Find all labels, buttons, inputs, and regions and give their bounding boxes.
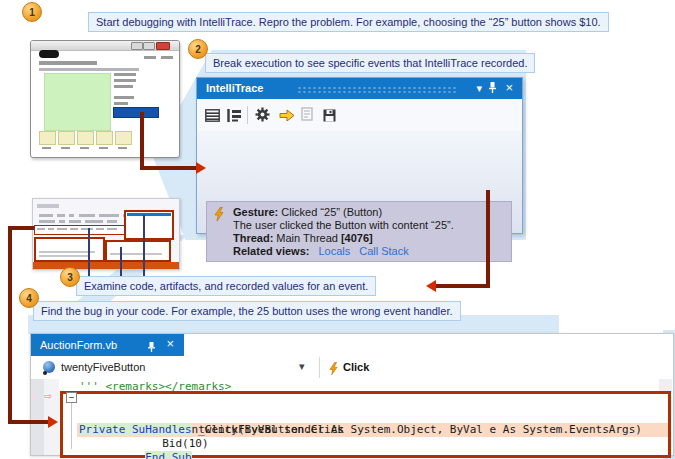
related-views-icon-disabled[interactable] xyxy=(301,107,314,125)
tab-pin-icon[interactable] xyxy=(147,339,156,357)
menu-placeholder xyxy=(107,220,117,223)
text-line-placeholder xyxy=(39,61,97,65)
goto-event-arrow-icon[interactable] xyxy=(279,108,295,126)
pin-icon[interactable] xyxy=(488,81,497,96)
thumbnail[interactable] xyxy=(39,131,56,145)
intellitrace-panel: IntelliTrace ▾ × xyxy=(196,77,523,234)
tab-title: AuctionForm.vb xyxy=(40,339,117,351)
event-gesture-line: Gesture:Clicked “25” (Button) xyxy=(233,206,382,218)
pane-titlebar xyxy=(127,213,171,216)
event-dropdown[interactable]: Click xyxy=(343,361,369,373)
events-view-icon[interactable] xyxy=(227,108,241,126)
panel-toolbar xyxy=(197,99,522,131)
content-placeholder xyxy=(110,253,162,255)
intellitrace-event-card[interactable]: Gesture:Clicked “25” (Button) The user c… xyxy=(206,201,512,262)
chevron-down-icon[interactable]: ▾ xyxy=(476,82,482,95)
panel-client-area: Gesture:Clicked “25” (Button) The user c… xyxy=(197,131,522,233)
thread-value: Main Thread xyxy=(276,232,338,244)
code-line-3: Bid(10) xyxy=(63,423,668,437)
close-icon[interactable]: × xyxy=(505,80,513,95)
text-line-placeholder xyxy=(114,79,136,82)
highlighted-toolbar xyxy=(34,225,126,235)
connector-line xyxy=(143,215,145,278)
gesture-value: Clicked “25” (Button) xyxy=(281,206,382,218)
highlighted-values-pane xyxy=(105,240,171,262)
menu-placeholder xyxy=(69,214,74,217)
arrow-3-segment xyxy=(8,226,12,424)
arrow-1-segment xyxy=(140,166,197,170)
content-placeholder xyxy=(39,255,89,257)
app-logo xyxy=(39,50,59,58)
step-badge-2: 2 xyxy=(188,39,208,59)
maximize-button[interactable] xyxy=(143,42,155,50)
highlighted-intellitrace-pane xyxy=(124,210,174,240)
keyword: End Sub xyxy=(145,451,191,459)
code-line-4: End Sub xyxy=(63,437,668,451)
toolbar-placeholder xyxy=(70,228,78,230)
text-line-placeholder xyxy=(114,85,133,88)
menu-placeholder xyxy=(99,214,119,217)
product-image-placeholder xyxy=(44,73,111,131)
step-text-2: Break execution to see specific events t… xyxy=(205,53,535,73)
code-area[interactable]: ''' <remarks></remarks> ⇨ Private Sub Te… xyxy=(31,379,673,455)
toolbar-placeholder xyxy=(57,228,67,230)
caption-placeholder xyxy=(118,147,127,149)
toolbar-placeholder xyxy=(107,228,117,230)
list-view-icon[interactable] xyxy=(205,108,220,126)
bid-25-button[interactable] xyxy=(113,107,159,118)
close-button[interactable] xyxy=(156,42,170,50)
arrow-3-head xyxy=(48,416,58,428)
menu-placeholder xyxy=(57,214,65,217)
tab-auctionform[interactable]: AuctionForm.vb × xyxy=(31,334,184,356)
thumbnail[interactable] xyxy=(96,131,113,145)
event-related-line: Related views:LocalsCall Stack xyxy=(233,245,409,257)
titlebar-grip-dots xyxy=(297,86,457,93)
event-bolt-icon xyxy=(329,361,338,379)
code-editor-window: AuctionForm.vb × twentyFiveButton ▾ Clic… xyxy=(30,333,674,456)
toolbar-placeholder xyxy=(81,228,93,230)
text-line-placeholder xyxy=(39,68,139,71)
collapse-region-icon[interactable]: − xyxy=(66,392,77,403)
text-line-placeholder xyxy=(114,73,136,76)
ide-overview-mock xyxy=(32,198,180,270)
content-placeholder xyxy=(39,251,95,253)
connector-line xyxy=(120,247,122,278)
pin-icon-glyph xyxy=(488,81,497,94)
menu-placeholder xyxy=(59,220,65,223)
call-stack-link[interactable]: Call Stack xyxy=(359,245,409,257)
breakpoint-gutter[interactable] xyxy=(31,379,44,455)
menu-placeholder xyxy=(39,220,55,223)
gesture-label: Gesture: xyxy=(233,206,278,218)
object-dropdown[interactable]: twentyFiveButton xyxy=(61,361,145,373)
arrow-2-head xyxy=(426,280,436,292)
object-dropdown-caret-icon[interactable]: ▾ xyxy=(299,360,305,373)
minimize-button[interactable] xyxy=(131,42,143,50)
thumbnail[interactable] xyxy=(115,131,132,145)
toolbar-placeholder xyxy=(96,228,104,230)
arrow-1-head xyxy=(196,162,206,174)
step-text-3: Examine code, artifacts, and recorded va… xyxy=(76,276,376,296)
caption-placeholder xyxy=(42,147,51,149)
lightning-bolt-icon xyxy=(214,207,224,223)
step-text-4: Find the bug in your code. For example, … xyxy=(33,301,461,321)
panel-titlebar[interactable]: IntelliTrace ▾ × xyxy=(197,78,522,99)
text-line-placeholder xyxy=(161,56,173,59)
status-bar xyxy=(33,262,179,269)
arrow-2-segment xyxy=(486,190,490,288)
code-line-1: Private Sub TenBtn_Click(ByVal sender As… xyxy=(63,395,668,409)
caption-placeholder xyxy=(99,147,108,149)
locals-link[interactable]: Locals xyxy=(318,245,350,257)
thumbnail[interactable] xyxy=(77,131,94,145)
toolbar-placeholder xyxy=(37,228,45,230)
menu-placeholder xyxy=(79,214,95,217)
save-icon[interactable] xyxy=(323,108,336,126)
step-badge-3: 3 xyxy=(60,267,80,287)
settings-gear-icon[interactable] xyxy=(255,107,270,126)
thumbnail[interactable] xyxy=(58,131,75,145)
sample-app-window xyxy=(30,40,180,158)
fold-guide-line xyxy=(71,403,72,449)
tab-close-icon[interactable]: × xyxy=(166,336,174,351)
object-icon-modifier xyxy=(43,371,47,375)
step-text-1: Start debugging with IntelliTrace. Repro… xyxy=(88,12,609,32)
text-line-placeholder xyxy=(114,102,128,105)
